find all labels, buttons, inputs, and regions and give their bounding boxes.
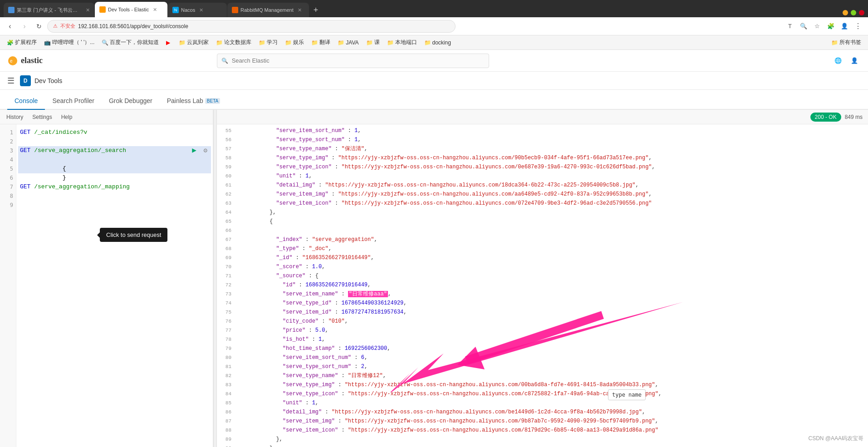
tab1-favicon	[8, 7, 15, 13]
translate-icon[interactable]: T	[784, 20, 796, 33]
output-line-85: 85 "unit" : 1,	[217, 398, 868, 408]
output-line-64: 64 },	[217, 208, 868, 217]
tab1-close[interactable]: ✕	[86, 7, 90, 13]
tab-search-profiler[interactable]: Search Profiler	[45, 93, 102, 110]
security-warning-icon: ⚠	[53, 23, 58, 29]
bookmark-folder-3[interactable]: 📁 学习	[255, 38, 281, 47]
panel-divider[interactable]	[213, 110, 217, 447]
tab-1[interactable]: 第三章 门户讲义 - 飞书云文档 ✕	[4, 3, 94, 17]
line-content-57: "serve_type_name" : "保洁清",	[235, 144, 868, 153]
elastic-app: e elastic 🔍 🌐 👤 ☰ D Dev Tools Console Se…	[0, 50, 868, 447]
elastic-header-icon-2[interactable]: 👤	[848, 54, 861, 67]
bookmark-bilibili[interactable]: 📺 哔哩哔哩（ ' '）...	[41, 38, 98, 47]
close-button[interactable]	[859, 10, 864, 15]
line-num-83: 83	[217, 380, 235, 389]
output-line-72: 72 "id" : 1686352662791016449,	[217, 280, 868, 290]
tab-grok-debugger[interactable]: Grok Debugger	[102, 93, 160, 110]
code-line-7: GET /serve_aggregation/_mapping	[18, 182, 211, 192]
bookmark-extensions[interactable]: 🧩 扩展程序	[4, 38, 40, 47]
tab-2-active[interactable]: Dev Tools - Elastic ✕	[95, 2, 167, 17]
baidu-label: 百度一下，你就知道	[110, 39, 159, 46]
line-num-3: 3	[0, 146, 16, 155]
minimize-button[interactable]	[843, 10, 848, 15]
line-num-73: 73	[217, 290, 235, 299]
line-num-76: 76	[217, 317, 235, 326]
line-num-68: 68	[217, 244, 235, 253]
code-line-3: GET /serve_aggregation/_search ▶ ⚙	[18, 146, 211, 155]
line-content-86: "detail_img" : "https://yjy-xzbjzfw-oss.…	[235, 408, 868, 417]
line-num-70: 70	[217, 262, 235, 271]
ke-label: 课	[374, 39, 380, 46]
bookmark-docking[interactable]: 📁 docking	[421, 39, 454, 47]
reload-button[interactable]: ↻	[33, 20, 45, 33]
line-content-76: "city_code" : "010",	[235, 317, 868, 326]
tab-console[interactable]: Console	[7, 93, 45, 110]
devtools-bar: ☰ D Dev Tools	[0, 72, 868, 90]
bookmark-youtube[interactable]: ▶	[163, 39, 175, 47]
elastic-header-icon-1[interactable]: 🌐	[832, 54, 844, 67]
history-button[interactable]: History	[4, 113, 26, 121]
wrench-button[interactable]: ⚙	[204, 146, 207, 155]
line-content-65: {	[235, 217, 868, 226]
tab-4[interactable]: RabbitMQ Management ✕	[227, 3, 309, 17]
output-line-71: 71 "_source" : {	[217, 271, 868, 280]
extensions-icon[interactable]: 🧩	[824, 20, 837, 33]
tab4-close[interactable]: ✕	[298, 7, 302, 13]
line-num-4: 4	[0, 155, 16, 164]
bookmark-all[interactable]: 📁 所有书签	[828, 38, 864, 47]
tab-3[interactable]: N Nacos ✕	[168, 3, 227, 17]
bookmark-icon[interactable]: ☆	[811, 20, 824, 33]
line-num-62: 62	[217, 190, 235, 199]
output-line-70: 70 "_score" : 1.0,	[217, 262, 868, 271]
new-tab-button[interactable]: +	[309, 4, 322, 16]
line-content-87: "serve_item_img" : "https://yjy-xzbjzfw-…	[235, 417, 868, 426]
bookmark-java[interactable]: 📁 JAVA	[334, 39, 362, 47]
settings-button[interactable]: Settings	[29, 113, 54, 121]
docking-label: docking	[432, 39, 451, 46]
zoom-icon[interactable]: 🔍	[797, 20, 810, 33]
browser-toolbar-right: T 🔍 ☆ 🧩 👤 ⋮	[784, 20, 864, 33]
elastic-logo-text: elastic	[21, 56, 43, 65]
tab2-favicon	[99, 6, 106, 13]
back-button[interactable]: ‹	[4, 20, 16, 33]
bookmark-baidu[interactable]: 🔍 百度一下，你就知道	[98, 38, 162, 47]
help-button[interactable]: Help	[59, 113, 75, 121]
line-num-75: 75	[217, 308, 235, 317]
bookmark-folder-2[interactable]: 📁 论文数据库	[213, 38, 255, 47]
output-line-73: 73 "serve_item_name" : "日常维修aaa",	[217, 290, 868, 299]
line-content-55: "serve_item_sort_num" : 1,	[235, 126, 868, 135]
tab3-close[interactable]: ✕	[199, 7, 203, 13]
line-num-6: 6	[0, 173, 16, 182]
line-num-55: 55	[217, 126, 235, 135]
folder5-label: 翻译	[319, 39, 330, 46]
bookmark-localhost[interactable]: 📁 本地端口	[384, 38, 420, 47]
baidu-icon: 🔍	[102, 39, 108, 46]
bilibili-icon: 📺	[44, 39, 51, 46]
line-content-71: "_source" : {	[235, 271, 868, 280]
bookmark-folder-5[interactable]: 📁 翻译	[308, 38, 333, 47]
extensions-bookmark-label: 扩展程序	[15, 39, 37, 46]
elastic-logo[interactable]: e elastic	[7, 55, 43, 66]
line-content-82: "serve_type_name" : "日常维修12",	[235, 371, 868, 380]
address-input[interactable]: ⚠ 不安全 192.168.101.68:5601/app/dev_tools#…	[47, 20, 456, 33]
line-content-59: "serve_type_icon" : "https://yjy-xzbjzfw…	[235, 162, 868, 172]
line-num-85: 85	[217, 398, 235, 408]
bookmark-ke[interactable]: 📁 课	[363, 38, 383, 47]
code-editor[interactable]: GET /_cat/indices?v GET /serve_aggregati…	[16, 124, 213, 447]
menu-icon[interactable]: ⋮	[852, 20, 864, 33]
output-line-88: 88 "serve_item_icon" : "https://yjy-xzbj…	[217, 426, 868, 435]
bookmark-folder-1[interactable]: 📁 云岚到家	[176, 38, 212, 47]
profile-icon[interactable]: 👤	[838, 20, 851, 33]
hamburger-menu[interactable]: ☰	[5, 74, 16, 88]
bookmark-folder-4[interactable]: 📁 娱乐	[282, 38, 307, 47]
forward-button[interactable]: ›	[18, 20, 31, 33]
elastic-logo-icon: e	[7, 55, 18, 66]
send-request-button[interactable]: ▶	[192, 146, 196, 155]
output-line-75: 75 "serve_item_id" : 1678727478181957634…	[217, 308, 868, 317]
tab2-close[interactable]: ✕	[153, 7, 157, 13]
maximize-button[interactable]	[851, 10, 856, 15]
elastic-search-input[interactable]	[217, 54, 489, 68]
tab-painless-lab[interactable]: Painless Lab BETA	[160, 93, 228, 110]
svg-point-0	[8, 56, 17, 65]
line-num-89: 89	[217, 435, 235, 444]
